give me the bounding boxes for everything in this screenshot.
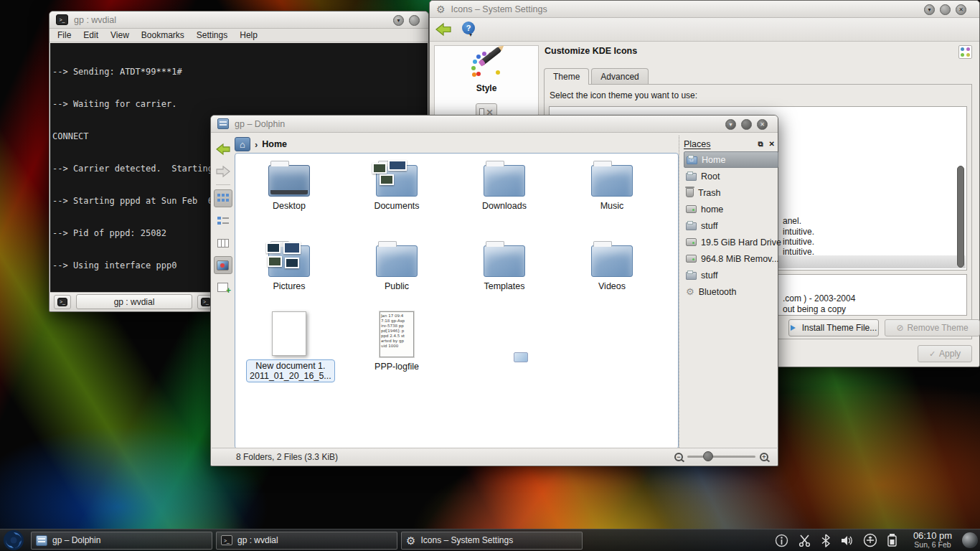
sidebar-item-label: Style [435,83,538,93]
klipper-scissors-icon[interactable] [798,534,811,547]
place-item-removable[interactable]: 964.8 MiB Remov... [684,250,778,267]
clock[interactable]: 06:10 pm Sun, 6 Feb [906,531,959,550]
folder-item[interactable]: Downloads [461,159,547,211]
maximize-button[interactable] [940,4,951,15]
icons-view-button[interactable] [214,189,232,207]
place-item-root[interactable]: Root [684,168,778,184]
preview-toggle-button[interactable] [214,256,232,274]
theme-description-line: .com ) - 2003-2004 [783,293,855,303]
taskbar-task-dolphin[interactable]: gp – Dolphin [31,532,212,550]
volume-icon[interactable] [840,534,854,547]
bluetooth-icon[interactable] [821,534,831,547]
back-icon[interactable] [435,22,452,37]
back-button[interactable] [214,140,232,158]
place-item-hard-drive[interactable]: 19.5 GiB Hard Drive [684,234,778,250]
file-item[interactable]: Jan 17 09:4 7:18 gp-Asp ire-5738 pp pd[1… [354,311,440,372]
terminal-window-icon [56,14,68,25]
folder-item[interactable]: Desktop [246,159,332,211]
panel-toolbox-cashew-icon[interactable] [962,532,978,548]
breadcrumb-home[interactable]: Home [262,139,287,149]
sidebar-item-style[interactable]: Style [435,52,538,93]
folder-item[interactable]: Documents [354,159,440,211]
zoom-slider[interactable] [687,456,755,458]
folder-item[interactable]: Templates [461,240,547,291]
minimize-button[interactable] [725,119,736,130]
app-launcher-button[interactable] [0,529,27,551]
zoom-out-icon[interactable]: − [674,453,683,461]
place-item-stuff[interactable]: stuff [684,217,778,234]
info-icon[interactable] [775,534,788,547]
menu-file[interactable]: File [57,30,71,40]
system-settings-title: Icons – System Settings [451,4,547,14]
folder-item[interactable]: Videos [569,240,655,291]
folder-item[interactable]: Public [354,240,440,291]
minimize-button[interactable] [393,15,404,26]
terminal-icon [201,298,211,306]
launcher-swirl-icon [3,529,24,551]
tab-advanced[interactable]: Advanced [591,68,648,84]
details-view-button[interactable] [214,212,232,230]
place-item-trash[interactable]: Trash [684,184,778,201]
folder-icon-documents [376,165,418,197]
taskbar: gp – Dolphin gp : wvdial ⚙ Icons – Syste… [0,529,980,551]
terminal-line: --> Sending: ATDT*99***1# [52,67,428,77]
close-panel-icon[interactable]: ✕ [769,140,775,149]
folder-view[interactable]: Desktop Documents Downloads Music [235,153,679,449]
taskbar-task-terminal[interactable]: gp : wvdial [216,532,397,550]
style-pencil-icon [470,52,503,80]
place-item-home[interactable]: Home [684,151,778,168]
columns-view-button[interactable] [214,234,232,252]
file-item-selected[interactable]: New document 1.2011_01_20_16_5... [246,311,332,382]
theme-list-item-fragment[interactable]: intuitive. [783,237,814,247]
float-panel-icon[interactable]: ⧉ [758,140,763,149]
home-icon[interactable]: ⌂ [235,137,250,151]
help-button[interactable]: ? ▾ [462,22,472,38]
install-theme-button[interactable]: Install Theme File... [788,319,879,336]
text-file-preview-icon: Jan 17 09:4 7:18 gp-Asp ire-5738 pp pd[1… [380,311,414,357]
battery-icon[interactable] [887,533,897,547]
forward-icon [215,165,231,178]
places-title: Places [684,139,711,149]
usb-device-icon[interactable] [863,533,877,547]
forward-button[interactable] [214,162,232,180]
menu-help[interactable]: Help [240,30,258,40]
menu-bookmarks[interactable]: Bookmarks [141,30,184,40]
place-item-bluetooth[interactable]: ⚙ Bluetooth [684,283,778,300]
split-view-button[interactable] [214,278,232,296]
folder-item[interactable]: Music [569,159,655,211]
close-button[interactable] [956,4,966,15]
scrollbar-thumb[interactable] [957,166,964,268]
new-tab-button[interactable] [54,295,71,309]
theme-list-item-fragment[interactable]: anel. [783,216,801,226]
zoom-in-icon[interactable]: + [760,453,768,461]
drag-ghost-image-icon [514,352,528,362]
close-button[interactable] [757,119,768,130]
theme-list-item-fragment[interactable]: intuitive. [783,227,814,237]
page-title: Customize KDE Icons [545,46,637,56]
trash-icon [686,188,694,197]
places-panel-header[interactable]: Places ⧉ ✕ [684,137,778,151]
zoom-slider-handle[interactable] [703,451,713,461]
folder-icon [686,272,697,280]
menu-view[interactable]: View [110,30,129,40]
taskbar-task-system-settings[interactable]: ⚙ Icons – System Settings [401,532,583,550]
terminal-titlebar[interactable]: gp : wvdial [50,11,428,29]
terminal-tab[interactable]: gp : wvdial [76,294,192,309]
apply-button[interactable]: ✓ Apply [918,345,972,362]
selected-file-name: New document 1.2011_01_20_16_5... [246,359,335,382]
system-settings-toolbar: ? ▾ [430,18,979,42]
dolphin-titlebar[interactable]: gp – Dolphin [211,116,778,133]
place-item-home-drive[interactable]: home [684,201,778,217]
minimize-button[interactable] [924,4,935,15]
select-theme-label: Select the icon theme you want to use: [550,90,697,100]
maximize-button[interactable] [741,119,752,130]
place-item-stuff-2[interactable]: stuff [684,267,778,283]
menu-edit[interactable]: Edit [83,30,98,40]
system-settings-titlebar[interactable]: ⚙ Icons – System Settings [430,1,979,18]
remove-theme-button[interactable]: ⊘ Remove Theme [885,319,980,336]
maximize-button[interactable] [409,15,420,26]
tab-theme[interactable]: Theme [544,68,589,85]
dolphin-window: gp – Dolphin ⌂ › Home [210,115,778,466]
folder-item[interactable]: Pictures [246,240,332,291]
menu-settings[interactable]: Settings [197,30,227,40]
